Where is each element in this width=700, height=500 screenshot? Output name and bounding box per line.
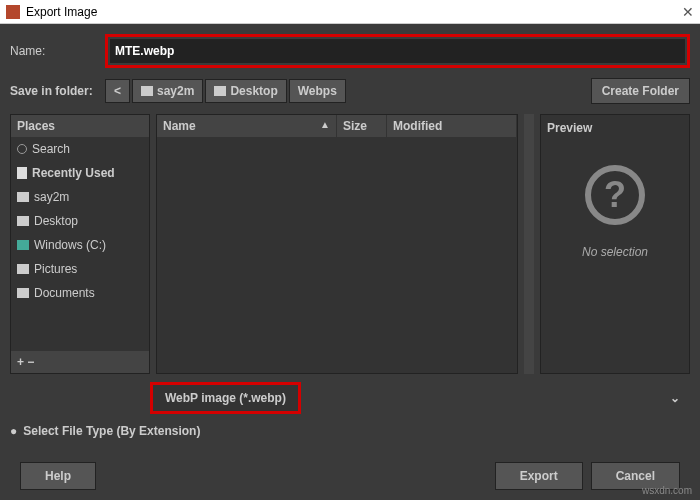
drive-icon [17,240,29,250]
place-say2m[interactable]: say2m [11,185,149,209]
preview-panel: Preview ? No selection [540,114,690,374]
folder-icon [17,288,29,298]
col-modified[interactable]: Modified [387,115,517,137]
filetype-row[interactable]: WebP image (*.webp) ⌄ [10,382,690,414]
file-list-body[interactable] [157,137,517,373]
place-documents[interactable]: Documents [11,281,149,305]
file-list-header: Name▲ Size Modified [157,115,517,137]
app-icon [6,5,20,19]
title-bar: Export Image ✕ [0,0,700,24]
place-windows-c[interactable]: Windows (C:) [11,233,149,257]
places-header: Places [11,115,149,137]
place-search[interactable]: Search [11,137,149,161]
sort-arrow-icon: ▲ [320,119,330,133]
place-desktop[interactable]: Desktop [11,209,149,233]
places-add-remove[interactable]: + − [11,351,149,373]
scrollbar[interactable] [524,114,534,374]
file-list-panel: Name▲ Size Modified [156,114,518,374]
folder-icon [17,216,29,226]
preview-header: Preview [547,121,683,135]
place-pictures[interactable]: Pictures [11,257,149,281]
place-recent[interactable]: Recently Used [11,161,149,185]
bullet-icon: ● [10,424,17,438]
name-highlight [105,34,690,68]
name-label: Name: [10,44,105,58]
col-size[interactable]: Size [337,115,387,137]
window-title: Export Image [26,5,682,19]
save-folder-label: Save in folder: [10,84,105,98]
crumb-webps[interactable]: Webps [289,79,346,103]
search-icon [17,144,27,154]
col-name[interactable]: Name▲ [157,115,337,137]
export-button[interactable]: Export [495,462,583,490]
recent-icon [17,167,27,179]
help-button[interactable]: Help [20,462,96,490]
crumb-desktop[interactable]: Desktop [205,79,286,103]
select-file-type-toggle[interactable]: ● Select File Type (By Extension) [10,424,690,438]
dialog-footer: Help Export Cancel [0,462,700,490]
filename-input[interactable] [110,39,685,63]
places-panel: Places Search Recently Used say2m Deskto… [10,114,150,374]
filetype-selector[interactable]: WebP image (*.webp) [150,382,301,414]
preview-empty-text: No selection [547,245,683,259]
help-icon: ? [585,165,645,225]
create-folder-button[interactable]: Create Folder [591,78,690,104]
folder-icon [17,192,29,202]
crumb-say2m[interactable]: say2m [132,79,203,103]
folder-icon [214,86,226,96]
watermark: wsxdn.com [642,485,692,496]
back-button[interactable]: < [105,79,130,103]
close-icon[interactable]: ✕ [682,4,694,20]
chevron-down-icon[interactable]: ⌄ [670,391,680,405]
folder-icon [17,264,29,274]
folder-icon [141,86,153,96]
